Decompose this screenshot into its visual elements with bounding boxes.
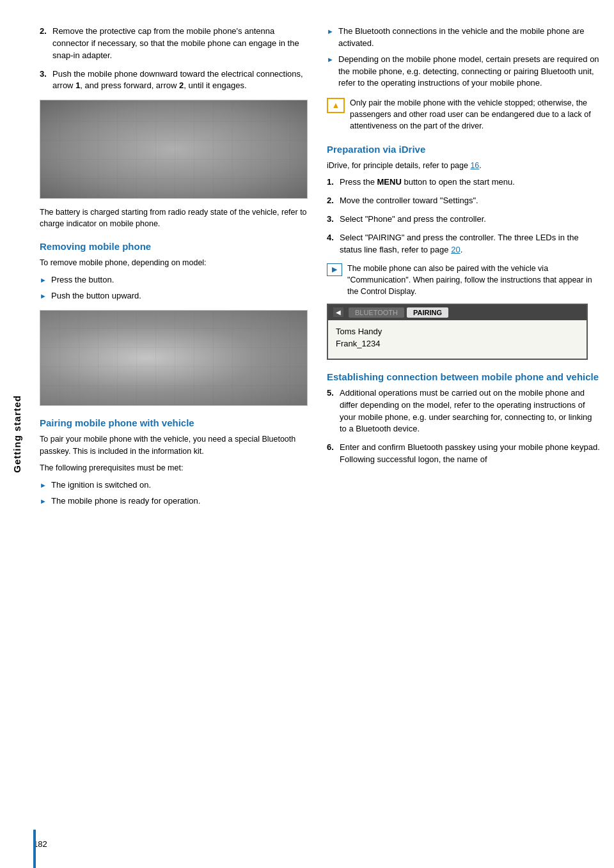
car-interior-visual-2 (40, 311, 307, 405)
bt-bluetooth-tab: BLUETOOTH (349, 307, 404, 318)
bullet-arrow-icon-6: ► (327, 55, 335, 65)
idrive-step-4-text-part2: . (460, 245, 463, 254)
bt-display-body: Toms Handy Frank_1234 (328, 320, 586, 359)
bullet-arrow-icon-3: ► (40, 481, 47, 491)
page-container: Getting started 2. Remove the protective… (0, 0, 614, 868)
idrive-intro-end: . (479, 161, 481, 170)
warning-icon: ▲ (327, 98, 345, 113)
bullet-arrow-icon-1: ► (40, 275, 47, 286)
prereq-bullet-2: ► The mobile phone is ready for operatio… (40, 495, 308, 508)
idrive-step-1-num: 1. (327, 176, 340, 189)
bullet-arrow-icon-4: ► (40, 497, 47, 507)
pairing-prereq-intro: The following prerequisites must be met: (40, 462, 308, 474)
connection-step-6: 6. Enter and confirm Bluetooth passkey u… (327, 442, 601, 466)
warning-box: ▲ Only pair the mobile phone with the ve… (327, 97, 601, 132)
note-icon: ▶ (327, 263, 342, 276)
step-3-text: Push the mobile phone downward toward th… (52, 68, 308, 93)
right-bullet-1-text: The Bluetooth connections in the vehicle… (338, 26, 601, 50)
remove-bullet-2-text: Push the button upward. (51, 290, 141, 302)
idrive-step-2: 2. Move the controller toward "Settings"… (327, 195, 601, 207)
connection-section-heading: Establishing connection between mobile p… (327, 371, 601, 382)
car-interior-visual-1 (40, 100, 307, 198)
idrive-step-1-text-part2: button to open the start menu. (402, 177, 515, 187)
removing-section-heading: Removing mobile phone (40, 241, 308, 252)
bt-display-header: ◀ BLUETOOTH PAIRING (328, 305, 586, 320)
idrive-step-3-num: 3. (327, 213, 340, 226)
bullet-arrow-icon-2: ► (40, 291, 47, 302)
step-3: 3. Push the mobile phone downward toward… (40, 68, 308, 93)
connection-step-5-text: Additional operations must be carried ou… (340, 387, 601, 435)
bluetooth-display: ◀ BLUETOOTH PAIRING Toms Handy Frank_123… (327, 304, 588, 360)
note-text: The mobile phone can also be paired with… (347, 263, 601, 297)
right-column: ► The Bluetooth connections in the vehic… (320, 26, 601, 842)
step-2-text: Remove the protective cap from the mobil… (52, 26, 308, 62)
step-3-text-part2: , and press forward, arrow (80, 81, 179, 90)
bullet-arrow-icon-5: ► (327, 27, 335, 37)
idrive-step-2-num: 2. (327, 195, 340, 207)
idrive-intro-text: iDrive, for principle details, refer to … (327, 161, 470, 170)
step-2-num: 2. (40, 26, 52, 62)
idrive-step-1: 1. Press the MENU button to open the sta… (327, 176, 601, 189)
remove-bullet-1: ► Press the button. (40, 274, 308, 286)
remove-bullet-2: ► Push the button upward. (40, 290, 308, 302)
note-box: ▶ The mobile phone can also be paired wi… (327, 263, 601, 297)
idrive-step-1-bold: MENU (377, 177, 402, 187)
prereq-bullet-1-text: The ignition is switched on. (51, 479, 151, 492)
prereq-bullet-1: ► The ignition is switched on. (40, 479, 308, 492)
idrive-step-4: 4. Select "PAIRING" and press the contro… (327, 232, 601, 256)
remove-bullet-1-text: Press the button. (51, 274, 114, 286)
car-interior-image-2 (40, 310, 308, 406)
connection-step-6-num: 6. (327, 442, 340, 466)
pairing-intro: To pair your mobile phone with the vehic… (40, 433, 308, 458)
connection-step-5: 5. Additional operations must be carried… (327, 387, 601, 435)
idrive-step-1-text: Press the MENU button to open the start … (340, 176, 601, 189)
idrive-intro-link: 16 (470, 161, 479, 170)
right-bullet-2: ► Depending on the mobile phone model, c… (327, 54, 601, 90)
idrive-section-heading: Preparation via iDrive (327, 144, 601, 155)
left-column: 2. Remove the protective cap from the mo… (40, 26, 320, 842)
idrive-step-2-text: Move the controller toward "Settings". (340, 195, 601, 207)
step-2: 2. Remove the protective cap from the mo… (40, 26, 308, 62)
bt-device-2: Frank_1234 (336, 337, 579, 350)
step-3-text-part3: , until it engages. (184, 81, 246, 90)
car-interior-image-1 (40, 100, 308, 199)
connection-step-5-num: 5. (327, 387, 340, 435)
image-caption-1: The battery is charged starting from rad… (40, 206, 308, 229)
idrive-step-3: 3. Select "Phone" and press the controll… (327, 213, 601, 226)
content-area: 2. Remove the protective cap from the mo… (33, 0, 614, 868)
idrive-intro: iDrive, for principle details, refer to … (327, 160, 601, 172)
warning-text: Only pair the mobile phone with the vehi… (350, 97, 601, 132)
right-bullet-2-text: Depending on the mobile phone model, cer… (338, 54, 601, 90)
pairing-section-heading: Pairing mobile phone with vehicle (40, 417, 308, 428)
bt-pairing-tab: PAIRING (407, 307, 448, 318)
sidebar-label: Getting started (12, 395, 22, 473)
prereq-bullet-2-text: The mobile phone is ready for operation. (51, 495, 200, 508)
bt-device-1: Toms Handy (336, 325, 579, 337)
right-bullet-1: ► The Bluetooth connections in the vehic… (327, 26, 601, 50)
idrive-step-4-num: 4. (327, 232, 340, 256)
removing-intro: To remove mobile phone, depending on mod… (40, 257, 308, 269)
blue-bar-accent (33, 830, 36, 868)
sidebar: Getting started (0, 0, 33, 868)
step-3-num: 3. (40, 68, 52, 93)
bt-back-icon: ◀ (333, 307, 343, 317)
idrive-step-4-link: 20 (451, 245, 460, 254)
idrive-step-1-text-part1: Press the (340, 177, 377, 187)
idrive-step-3-text: Select "Phone" and press the controller. (340, 213, 601, 226)
idrive-step-4-text: Select "PAIRING" and press the controlle… (340, 232, 601, 256)
connection-step-6-text: Enter and confirm Bluetooth passkey usin… (340, 442, 601, 466)
